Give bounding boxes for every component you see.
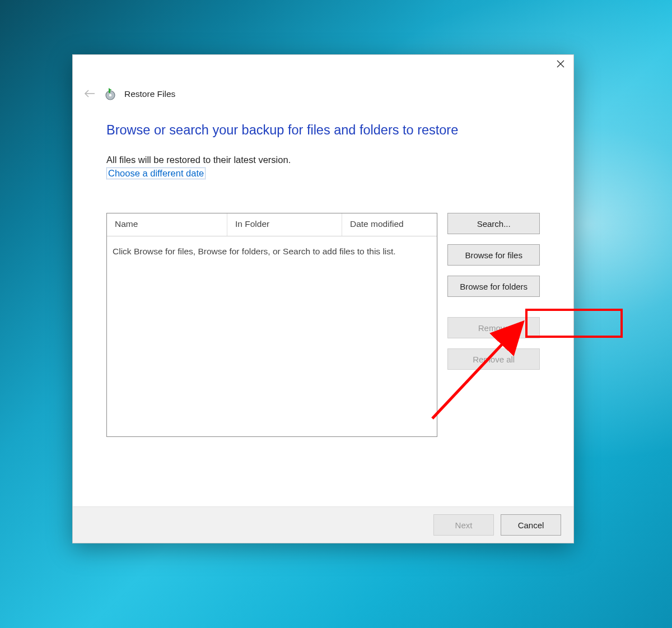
file-list-header: Name In Folder Date modified bbox=[107, 213, 437, 236]
svg-point-5 bbox=[109, 94, 111, 96]
choose-date-link[interactable]: Choose a different date bbox=[106, 168, 206, 179]
dialog-header: Restore Files bbox=[73, 77, 573, 100]
column-modified[interactable]: Date modified bbox=[342, 213, 437, 236]
restore-files-icon bbox=[104, 88, 116, 100]
close-button[interactable] bbox=[548, 55, 573, 73]
svg-rect-6 bbox=[109, 90, 110, 93]
column-folder[interactable]: In Folder bbox=[227, 213, 342, 236]
file-list[interactable]: Name In Folder Date modified Click Brows… bbox=[106, 213, 437, 437]
remove-button: Remove bbox=[447, 317, 540, 338]
page-heading: Browse or search your backup for files a… bbox=[106, 123, 540, 138]
browse-folders-button[interactable]: Browse for folders bbox=[447, 276, 540, 297]
dialog-title: Restore Files bbox=[124, 89, 175, 99]
next-button: Next bbox=[433, 514, 494, 536]
side-button-group: Search... Browse for files Browse for fo… bbox=[447, 213, 540, 370]
restore-files-dialog: Restore Files Browse or search your back… bbox=[72, 54, 574, 543]
search-button[interactable]: Search... bbox=[447, 213, 540, 234]
description-text: All files will be restored to their late… bbox=[106, 155, 540, 165]
dialog-footer: Next Cancel bbox=[73, 506, 573, 543]
back-arrow-icon bbox=[84, 90, 95, 97]
back-button[interactable] bbox=[83, 87, 96, 100]
titlebar bbox=[73, 55, 573, 77]
file-picker-area: Name In Folder Date modified Click Brows… bbox=[106, 213, 540, 437]
column-name[interactable]: Name bbox=[107, 213, 227, 236]
close-icon bbox=[557, 60, 564, 68]
cancel-button[interactable]: Cancel bbox=[501, 514, 561, 536]
remove-all-button: Remove all bbox=[447, 348, 540, 370]
desktop-background: Restore Files Browse or search your back… bbox=[0, 0, 672, 628]
empty-list-message: Click Browse for files, Browse for folde… bbox=[107, 236, 437, 267]
dialog-content: Browse or search your backup for files a… bbox=[73, 100, 573, 506]
browse-files-button[interactable]: Browse for files bbox=[447, 244, 540, 266]
